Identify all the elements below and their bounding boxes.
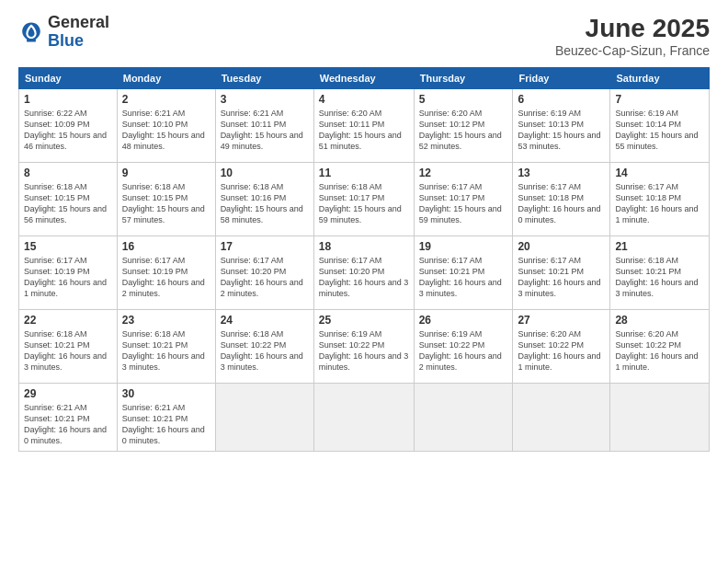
calendar-cell	[215, 384, 313, 452]
day-number: 13	[518, 167, 605, 179]
calendar-cell: 15Sunrise: 6:17 AM Sunset: 10:19 PM Dayl…	[19, 236, 118, 310]
day-info: Sunrise: 6:20 AM Sunset: 10:22 PM Daylig…	[518, 328, 605, 373]
calendar-cell	[414, 384, 513, 452]
calendar-cell: 8Sunrise: 6:18 AM Sunset: 10:15 PM Dayli…	[19, 163, 118, 236]
calendar-cell	[610, 384, 710, 452]
day-info: Sunrise: 6:17 AM Sunset: 10:21 PM Daylig…	[419, 255, 508, 300]
logo-icon	[18, 19, 44, 45]
day-number: 6	[518, 93, 605, 106]
day-info: Sunrise: 6:20 AM Sunset: 10:11 PM Daylig…	[319, 108, 409, 153]
day-info: Sunrise: 6:17 AM Sunset: 10:19 PM Daylig…	[24, 255, 112, 300]
day-info: Sunrise: 6:21 AM Sunset: 10:11 PM Daylig…	[221, 108, 309, 153]
day-number: 4	[319, 93, 409, 106]
calendar-cell: 9Sunrise: 6:18 AM Sunset: 10:15 PM Dayli…	[117, 163, 215, 236]
calendar-cell: 29Sunrise: 6:21 AM Sunset: 10:21 PM Dayl…	[19, 384, 118, 452]
calendar-cell: 5Sunrise: 6:20 AM Sunset: 10:12 PM Dayli…	[414, 89, 513, 163]
day-info: Sunrise: 6:17 AM Sunset: 10:18 PM Daylig…	[615, 181, 704, 226]
day-info: Sunrise: 6:18 AM Sunset: 10:21 PM Daylig…	[122, 328, 210, 373]
weekday-header-sunday: Sunday	[19, 68, 118, 89]
day-info: Sunrise: 6:17 AM Sunset: 10:19 PM Daylig…	[122, 255, 210, 300]
title-block: June 2025 Beuzec-Cap-Sizun, France	[555, 14, 710, 58]
calendar-cell: 2Sunrise: 6:21 AM Sunset: 10:10 PM Dayli…	[117, 89, 215, 163]
day-info: Sunrise: 6:22 AM Sunset: 10:09 PM Daylig…	[24, 108, 112, 153]
day-info: Sunrise: 6:18 AM Sunset: 10:21 PM Daylig…	[615, 255, 704, 300]
calendar-cell: 3Sunrise: 6:21 AM Sunset: 10:11 PM Dayli…	[215, 89, 313, 163]
day-number: 29	[24, 387, 112, 400]
day-info: Sunrise: 6:21 AM Sunset: 10:21 PM Daylig…	[122, 402, 210, 447]
month-title: June 2025	[555, 14, 710, 43]
day-number: 5	[419, 93, 508, 106]
calendar-cell: 4Sunrise: 6:20 AM Sunset: 10:11 PM Dayli…	[313, 89, 414, 163]
calendar-cell: 27Sunrise: 6:20 AM Sunset: 10:22 PM Dayl…	[513, 310, 610, 384]
calendar-cell: 1Sunrise: 6:22 AM Sunset: 10:09 PM Dayli…	[19, 89, 118, 163]
calendar-cell: 23Sunrise: 6:18 AM Sunset: 10:21 PM Dayl…	[117, 310, 215, 384]
day-info: Sunrise: 6:19 AM Sunset: 10:14 PM Daylig…	[615, 108, 704, 153]
calendar-cell: 18Sunrise: 6:17 AM Sunset: 10:20 PM Dayl…	[313, 236, 414, 310]
logo-blue-text: Blue	[48, 31, 84, 50]
calendar-cell: 17Sunrise: 6:17 AM Sunset: 10:20 PM Dayl…	[215, 236, 313, 310]
weekday-header-monday: Monday	[117, 68, 215, 89]
day-number: 18	[319, 240, 409, 253]
calendar-cell: 30Sunrise: 6:21 AM Sunset: 10:21 PM Dayl…	[117, 384, 215, 452]
day-number: 1	[24, 93, 112, 106]
day-info: Sunrise: 6:21 AM Sunset: 10:21 PM Daylig…	[24, 402, 112, 447]
calendar-cell: 28Sunrise: 6:20 AM Sunset: 10:22 PM Dayl…	[610, 310, 710, 384]
calendar-cell: 7Sunrise: 6:19 AM Sunset: 10:14 PM Dayli…	[610, 89, 710, 163]
day-info: Sunrise: 6:18 AM Sunset: 10:22 PM Daylig…	[221, 328, 309, 373]
day-info: Sunrise: 6:21 AM Sunset: 10:10 PM Daylig…	[122, 108, 210, 153]
day-info: Sunrise: 6:18 AM Sunset: 10:15 PM Daylig…	[122, 181, 210, 226]
calendar-cell: 24Sunrise: 6:18 AM Sunset: 10:22 PM Dayl…	[215, 310, 313, 384]
day-number: 15	[24, 240, 112, 253]
day-number: 24	[221, 314, 309, 327]
day-info: Sunrise: 6:19 AM Sunset: 10:22 PM Daylig…	[419, 328, 508, 373]
day-info: Sunrise: 6:17 AM Sunset: 10:21 PM Daylig…	[518, 255, 605, 300]
day-info: Sunrise: 6:20 AM Sunset: 10:12 PM Daylig…	[419, 108, 508, 153]
day-number: 20	[518, 240, 605, 253]
day-number: 3	[221, 93, 309, 106]
day-number: 19	[419, 240, 508, 253]
day-number: 26	[419, 314, 508, 327]
day-info: Sunrise: 6:18 AM Sunset: 10:21 PM Daylig…	[24, 328, 112, 373]
calendar-cell: 25Sunrise: 6:19 AM Sunset: 10:22 PM Dayl…	[313, 310, 414, 384]
logo: General Blue	[18, 14, 109, 51]
day-info: Sunrise: 6:19 AM Sunset: 10:13 PM Daylig…	[518, 108, 605, 153]
weekday-header-friday: Friday	[513, 68, 610, 89]
day-number: 9	[122, 167, 210, 179]
calendar-cell: 26Sunrise: 6:19 AM Sunset: 10:22 PM Dayl…	[414, 310, 513, 384]
day-info: Sunrise: 6:19 AM Sunset: 10:22 PM Daylig…	[319, 328, 409, 373]
calendar-cell: 10Sunrise: 6:18 AM Sunset: 10:16 PM Dayl…	[215, 163, 313, 236]
day-number: 8	[24, 167, 112, 179]
location: Beuzec-Cap-Sizun, France	[555, 43, 710, 58]
logo-general-text: General	[48, 13, 109, 31]
day-number: 16	[122, 240, 210, 253]
day-info: Sunrise: 6:17 AM Sunset: 10:20 PM Daylig…	[221, 255, 309, 300]
day-info: Sunrise: 6:18 AM Sunset: 10:15 PM Daylig…	[24, 181, 112, 226]
calendar-cell	[313, 384, 414, 452]
page-header: General Blue June 2025 Beuzec-Cap-Sizun,…	[18, 14, 710, 58]
day-number: 11	[319, 167, 409, 179]
day-number: 14	[615, 167, 704, 179]
weekday-header-thursday: Thursday	[414, 68, 513, 89]
day-number: 30	[122, 387, 210, 400]
calendar-week-row: 22Sunrise: 6:18 AM Sunset: 10:21 PM Dayl…	[19, 310, 710, 384]
calendar-week-row: 8Sunrise: 6:18 AM Sunset: 10:15 PM Dayli…	[19, 163, 710, 236]
day-info: Sunrise: 6:17 AM Sunset: 10:18 PM Daylig…	[518, 181, 605, 226]
day-number: 23	[122, 314, 210, 327]
weekday-header-saturday: Saturday	[610, 68, 710, 89]
calendar-cell: 16Sunrise: 6:17 AM Sunset: 10:19 PM Dayl…	[117, 236, 215, 310]
day-number: 12	[419, 167, 508, 179]
calendar-week-row: 29Sunrise: 6:21 AM Sunset: 10:21 PM Dayl…	[19, 384, 710, 452]
calendar-cell: 21Sunrise: 6:18 AM Sunset: 10:21 PM Dayl…	[610, 236, 710, 310]
day-number: 27	[518, 314, 605, 327]
day-number: 21	[615, 240, 704, 253]
weekday-header-wednesday: Wednesday	[313, 68, 414, 89]
day-number: 22	[24, 314, 112, 327]
calendar-cell: 6Sunrise: 6:19 AM Sunset: 10:13 PM Dayli…	[513, 89, 610, 163]
day-number: 10	[221, 167, 309, 179]
calendar-cell: 14Sunrise: 6:17 AM Sunset: 10:18 PM Dayl…	[610, 163, 710, 236]
calendar-table: SundayMondayTuesdayWednesdayThursdayFrid…	[18, 67, 710, 452]
calendar-cell: 13Sunrise: 6:17 AM Sunset: 10:18 PM Dayl…	[513, 163, 610, 236]
calendar-cell	[513, 384, 610, 452]
day-number: 28	[615, 314, 704, 327]
day-number: 25	[319, 314, 409, 327]
